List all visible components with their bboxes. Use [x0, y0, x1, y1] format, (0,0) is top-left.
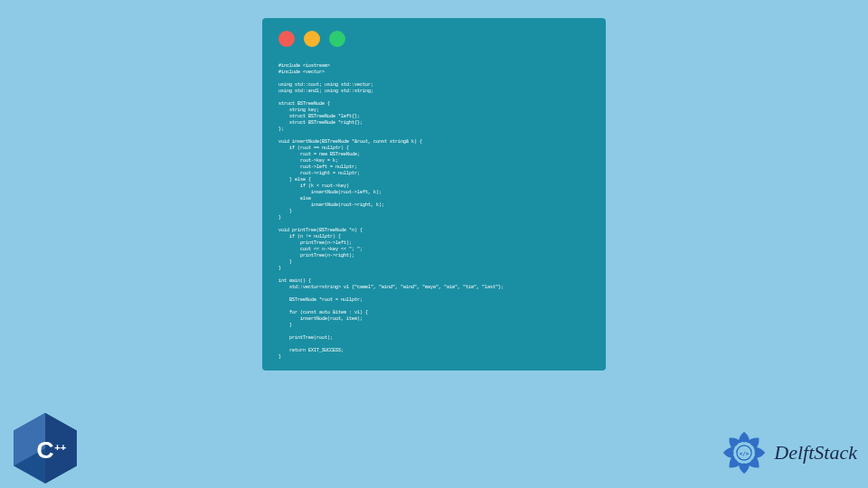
minimize-icon	[304, 31, 320, 47]
code-window: #include <iostream> #include <vector> us…	[262, 18, 606, 371]
svg-text:C: C	[36, 436, 53, 464]
cpp-logo-icon: C ++	[14, 413, 77, 483]
maximize-icon	[329, 31, 345, 47]
window-controls	[278, 31, 590, 47]
svg-text:++: ++	[54, 442, 66, 453]
close-icon	[278, 31, 295, 47]
svg-text:</>: </>	[740, 451, 750, 456]
delftstack-emblem-icon: </>	[718, 427, 770, 479]
code-content: #include <iostream> #include <vector> us…	[278, 63, 590, 361]
delftstack-logo: </> DelftStack	[718, 427, 857, 479]
delftstack-text: DelftStack	[774, 441, 857, 465]
